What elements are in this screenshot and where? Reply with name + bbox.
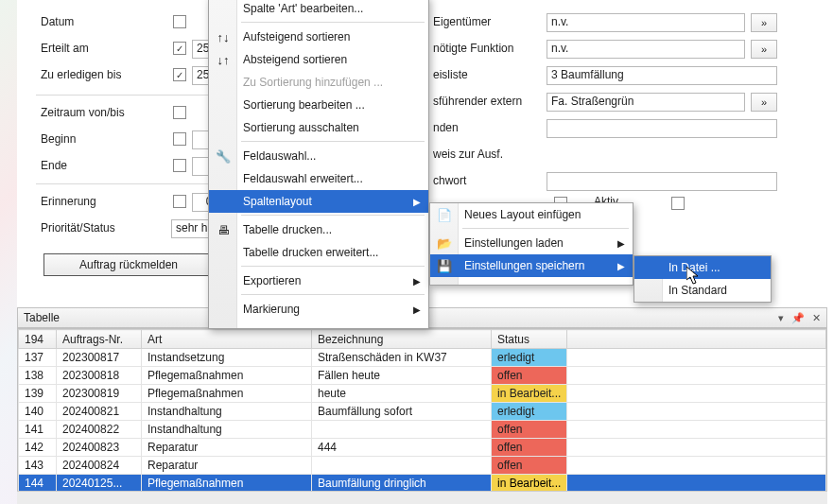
menu-item[interactable]: ↑↓Aufsteigend sortieren xyxy=(209,26,428,48)
label-chwort: chwort xyxy=(433,174,466,187)
menu-item[interactable]: 🔧Feldauswahl... xyxy=(209,145,428,167)
checkbox-ende[interactable] xyxy=(173,159,186,172)
button-rueckmelden[interactable]: Auftrag rückmelden xyxy=(43,253,214,276)
table-cell: Pflegemaßnahmen xyxy=(142,367,312,385)
col-art[interactable]: Art xyxy=(142,330,312,349)
menu-item-label: Neues Layout einfügen xyxy=(464,208,581,221)
table-cell: 20240125... xyxy=(57,475,142,493)
label-preisliste: eisliste xyxy=(433,68,468,81)
table-cell: erledigt xyxy=(492,403,567,421)
table-cell: 141 xyxy=(19,421,57,439)
menu-item[interactable]: Spaltenlayout▶ xyxy=(209,190,428,213)
menu-item[interactable]: 🖶Tabelle drucken... xyxy=(209,218,428,241)
menu-item-label: In Standard xyxy=(668,284,727,297)
data-grid[interactable]: 194 Auftrags-Nr. Art Bezeichnung Status … xyxy=(17,328,827,498)
menu-item-label: Spalte 'Art' bearbeiten... xyxy=(243,2,363,15)
menu-item[interactable]: 📄Neues Layout einfügen xyxy=(430,203,633,226)
table-row[interactable]: 140202400821InstandhaltungBaumfällung so… xyxy=(19,403,826,421)
checkbox-erledigen[interactable] xyxy=(173,68,186,81)
menu-item[interactable]: Spalte 'Art' bearbeiten... xyxy=(209,0,428,20)
field-nden[interactable] xyxy=(547,119,777,138)
speichern-submenu[interactable]: In Datei ...In Standard xyxy=(633,255,772,303)
menu-item-label: Sortierung bearbeiten ... xyxy=(243,98,365,112)
label-prioritaet: Priorität/Status xyxy=(41,221,115,235)
chevron-right-icon: ▶ xyxy=(413,197,421,207)
label-beginn: Beginn xyxy=(41,132,76,146)
table-cell: Pflegemaßnahmen xyxy=(142,385,312,403)
menu-item-label: Zu Sortierung hinzufügen ... xyxy=(243,76,383,89)
col-rownum[interactable]: 194 xyxy=(19,330,57,349)
checkbox-zeitraum[interactable] xyxy=(173,106,186,119)
menu-item-label: Sortierung ausschalten xyxy=(243,121,359,134)
column-context-menu[interactable]: Spalte 'Art' bearbeiten...↑↓Aufsteigend … xyxy=(208,0,429,329)
checkbox-erteilt[interactable] xyxy=(173,42,186,55)
col-status[interactable]: Status xyxy=(492,330,567,349)
menu-item[interactable]: ↓↑Absteigend sortieren xyxy=(209,48,428,71)
menu-item-icon: 💾 xyxy=(436,259,453,273)
checkbox-aktiv[interactable] xyxy=(671,197,685,210)
label-erteilt: Erteilt am xyxy=(41,42,89,55)
field-ausfuehrender[interactable]: Fa. Straßengrün xyxy=(547,93,745,112)
table-cell: Instandhaltung xyxy=(142,403,312,421)
field-preisliste[interactable]: 3 Baumfällung xyxy=(547,66,777,85)
table-cell: 143 xyxy=(19,457,57,475)
menu-item-label: Markierung xyxy=(243,303,300,316)
table-cell: Instandhaltung xyxy=(142,421,312,439)
chevron-right-icon: ▶ xyxy=(413,304,421,315)
menu-item-label: Tabelle drucken... xyxy=(243,223,332,236)
menu-item[interactable]: Feldauswahl erweitert... xyxy=(209,167,428,190)
checkbox-datum[interactable] xyxy=(173,15,186,28)
menu-item[interactable]: Markierung▶ xyxy=(209,298,428,321)
table-cell: heute xyxy=(312,385,492,403)
button-ausfuehrender-more[interactable]: » xyxy=(751,93,777,112)
table-cell: in Bearbeit... xyxy=(492,385,567,403)
table-cell: offen xyxy=(492,439,567,457)
menu-item-label: Feldauswahl... xyxy=(243,149,316,163)
table-cell: Reparatur xyxy=(142,439,312,457)
table-cell xyxy=(567,403,826,421)
menu-item[interactable]: Sortierung ausschalten xyxy=(209,116,428,139)
col-bezeichnung[interactable]: Bezeichnung xyxy=(312,330,492,349)
col-auftragsnr[interactable]: Auftrags-Nr. xyxy=(57,330,142,349)
table-cell: 202300817 xyxy=(57,349,142,367)
table-row[interactable]: 143202400824Reparaturoffen xyxy=(19,457,826,475)
field-funktion[interactable]: n.v. xyxy=(547,40,745,59)
table-cell: 144 xyxy=(19,475,57,493)
close-icon[interactable]: ✕ xyxy=(812,312,821,324)
table-cell: 140 xyxy=(19,403,57,421)
menu-item[interactable]: 💾Einstellungen speichern▶ xyxy=(430,254,633,277)
table-row[interactable]: 138202300818PflegemaßnahmenFällen heuteo… xyxy=(19,367,826,385)
menu-item-icon: ↑↓ xyxy=(215,30,232,44)
menu-item[interactable]: Tabelle drucken erweitert... xyxy=(209,241,428,264)
menu-item[interactable]: In Standard xyxy=(634,279,771,302)
pin-icon[interactable]: 📌 xyxy=(791,312,805,324)
table-row[interactable]: 142202400823Reparatur444offen xyxy=(19,439,826,457)
button-funktion-more[interactable]: » xyxy=(751,40,777,59)
table-row[interactable]: 141202400822Instandhaltungoffen xyxy=(19,421,826,439)
checkbox-beginn[interactable] xyxy=(173,132,186,146)
menu-item[interactable]: In Datei ... xyxy=(634,256,771,279)
menu-item[interactable]: Sortierung bearbeiten ... xyxy=(209,94,428,116)
menu-item[interactable]: Exportieren▶ xyxy=(209,269,428,292)
table-cell: offen xyxy=(492,421,567,439)
field-chwort[interactable] xyxy=(547,172,777,191)
table-cell: offen xyxy=(492,367,567,385)
divider xyxy=(36,95,225,96)
menu-item-label: Feldauswahl erweitert... xyxy=(243,172,363,185)
horizontal-scrollbar[interactable] xyxy=(17,491,827,504)
button-eigentuemer-more[interactable]: » xyxy=(751,13,777,32)
table-row[interactable]: 139202300819Pflegemaßnahmenheutein Bearb… xyxy=(19,385,826,403)
pin-icon[interactable]: ▾ xyxy=(778,312,784,324)
table-row[interactable]: 14420240125...PflegemaßnahmenBaumfällung… xyxy=(19,475,826,493)
label-erledigen: Zu erledigen bis xyxy=(41,68,121,81)
spaltenlayout-submenu[interactable]: 📄Neues Layout einfügen📂Einstellungen lad… xyxy=(429,202,633,286)
table-cell: 142 xyxy=(19,439,57,457)
menu-item[interactable]: 📂Einstellungen laden▶ xyxy=(430,232,633,254)
checkbox-erinnerung[interactable] xyxy=(173,195,186,208)
field-eigentuemer[interactable]: n.v. xyxy=(547,13,745,32)
table-row[interactable]: 137202300817InstandsetzungStraßenschäden… xyxy=(19,349,826,367)
table-cell: 202400822 xyxy=(57,421,142,439)
table-cell xyxy=(567,457,826,475)
menu-item-label: In Datei ... xyxy=(668,261,720,274)
menu-item-label: Spaltenlayout xyxy=(243,195,312,208)
